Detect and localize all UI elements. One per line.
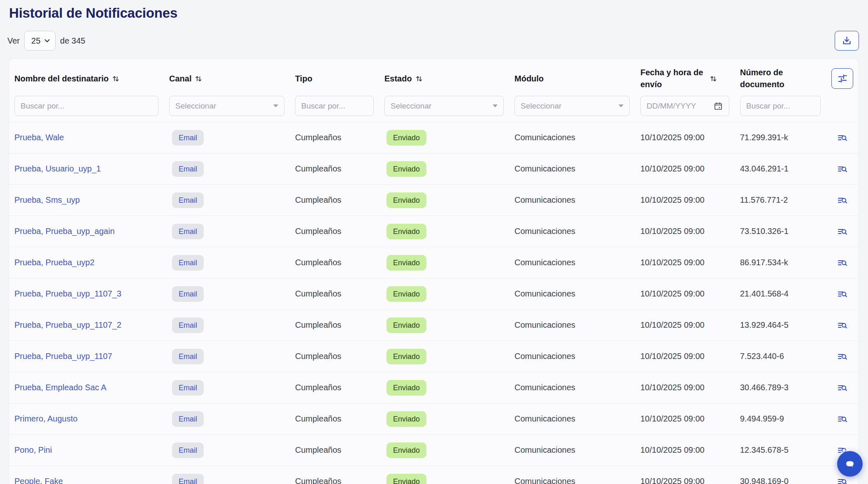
ver-label: Ver — [7, 36, 20, 46]
column-header-estado[interactable]: Estado — [384, 73, 514, 85]
search-list-icon — [838, 164, 847, 174]
channel-badge: Email — [172, 224, 204, 239]
column-header-modulo: Módulo — [514, 73, 640, 85]
recipient-name-link[interactable]: Pono, Pini — [14, 445, 52, 454]
table-row: Prueba, Usuario_uyp_1 Email Cumpleaños E… — [9, 153, 858, 184]
recipient-name-link[interactable]: Prueba, Sms_uyp — [14, 195, 80, 204]
sent-datetime-cell: 10/10/2025 09:00 — [640, 258, 740, 267]
table-body: Prueba, Wale Email Cumpleaños Enviado Co… — [9, 122, 858, 484]
channel-badge: Email — [172, 255, 204, 271]
document-number-cell: 9.494.959-9 — [740, 414, 831, 424]
sort-icon[interactable] — [416, 75, 423, 82]
search-input[interactable] — [21, 102, 152, 111]
sent-datetime-cell: 10/10/2025 09:00 — [640, 383, 740, 392]
channel-badge: Email — [172, 380, 204, 396]
table-row: Prueba, Prueba_uyp2 Email Cumpleaños Env… — [9, 247, 858, 278]
channel-badge: Email — [172, 192, 204, 208]
module-cell: Comunicaciones — [514, 383, 640, 392]
recipient-name-link[interactable]: Primero, Augusto — [14, 414, 77, 423]
column-header-fecha[interactable]: Fecha y hora de envío — [640, 67, 740, 90]
module-cell: Comunicaciones — [514, 133, 640, 142]
sent-datetime-cell: 10/10/2025 09:00 — [640, 195, 740, 205]
sent-datetime-cell: 10/10/2025 09:00 — [640, 133, 740, 142]
dropdown-caret-icon — [493, 104, 498, 107]
type-cell: Cumpleaños — [295, 258, 384, 267]
column-header-canal[interactable]: Canal — [169, 73, 295, 85]
sent-datetime-cell: 10/10/2025 09:00 — [640, 352, 740, 361]
recipient-name-link[interactable]: Prueba, Usuario_uyp_1 — [14, 164, 101, 173]
recipient-name-link[interactable]: Prueba, Wale — [14, 133, 64, 142]
filter-documento-input[interactable] — [740, 96, 821, 116]
notifications-table: Nombre del destinatario Canal Tipo Estad… — [9, 59, 858, 484]
filter-tipo-input[interactable] — [295, 96, 374, 116]
recipient-name-link[interactable]: Prueba, Prueba_uyp_1107 — [14, 352, 112, 361]
view-details-button[interactable] — [838, 164, 847, 174]
view-details-button[interactable] — [838, 289, 847, 299]
view-details-button[interactable] — [838, 321, 847, 330]
module-cell: Comunicaciones — [514, 477, 640, 484]
view-details-button[interactable] — [838, 415, 847, 424]
view-details-button[interactable] — [838, 352, 847, 361]
sent-datetime-cell: 10/10/2025 09:00 — [640, 289, 740, 299]
status-badge: Enviado — [386, 474, 426, 484]
channel-badge: Email — [172, 286, 204, 302]
document-number-cell: 86.917.534-k — [740, 258, 831, 267]
search-list-icon — [838, 352, 847, 361]
document-number-cell: 21.401.568-4 — [740, 289, 831, 299]
status-badge: Enviado — [386, 411, 426, 427]
filter-modulo-select[interactable]: Seleccionar — [514, 96, 630, 116]
type-cell: Cumpleaños — [295, 195, 384, 205]
filter-fecha-input[interactable] — [640, 96, 729, 116]
sent-datetime-cell: 10/10/2025 09:00 — [640, 320, 740, 330]
chat-widget-button[interactable] — [837, 451, 863, 477]
status-badge: Enviado — [386, 317, 426, 333]
document-number-cell: 71.299.391-k — [740, 133, 831, 142]
module-cell: Comunicaciones — [514, 320, 640, 330]
view-details-button[interactable] — [838, 477, 847, 484]
recipient-name-link[interactable]: Prueba, Prueba_uyp_1107_2 — [14, 320, 121, 329]
download-button[interactable] — [835, 31, 859, 51]
recipient-name-link[interactable]: Prueba, Prueba_uyp2 — [14, 258, 95, 267]
document-number-cell: 30.948.169-0 — [740, 477, 831, 484]
document-number-cell: 73.510.326-1 — [740, 227, 831, 236]
column-settings-button[interactable] — [831, 68, 853, 89]
column-header-nombre[interactable]: Nombre del destinatario — [14, 73, 169, 85]
search-input[interactable] — [746, 102, 814, 111]
search-list-icon — [838, 227, 847, 236]
filter-nombre-input[interactable] — [14, 96, 158, 116]
recipient-name-link[interactable]: Prueba, Prueba_uyp_1107_3 — [14, 289, 121, 298]
status-badge: Enviado — [386, 380, 426, 396]
sort-icon[interactable] — [195, 75, 202, 82]
view-details-button[interactable] — [838, 133, 847, 142]
table-filter-row: Seleccionar Seleccionar Seleccionar — [9, 96, 858, 122]
view-details-button[interactable] — [838, 383, 847, 392]
type-cell: Cumpleaños — [295, 477, 384, 484]
type-cell: Cumpleaños — [295, 164, 384, 174]
sort-icon[interactable] — [710, 75, 717, 82]
channel-badge: Email — [172, 474, 204, 484]
recipient-name-link[interactable]: People, Fake — [14, 477, 63, 484]
search-list-icon — [838, 321, 847, 330]
type-cell: Cumpleaños — [295, 383, 384, 392]
table-row: Prueba, Prueba_uyp_1107_3 Email Cumpleañ… — [9, 278, 858, 309]
search-list-icon — [838, 289, 847, 299]
filter-canal-select[interactable]: Seleccionar — [169, 96, 284, 116]
document-number-cell: 13.929.464-5 — [740, 320, 831, 330]
sort-icon[interactable] — [112, 75, 119, 82]
table-header-row: Nombre del destinatario Canal Tipo Estad… — [9, 59, 858, 96]
view-details-button[interactable] — [838, 258, 847, 267]
column-header-documento: Número de documento — [740, 67, 831, 90]
recipient-name-link[interactable]: Prueba, Empleado Sac A — [14, 383, 106, 392]
recipient-name-link[interactable]: Prueba, Prueba_uyp_again — [14, 227, 115, 236]
filter-estado-select[interactable]: Seleccionar — [384, 96, 504, 116]
date-input[interactable] — [647, 102, 713, 111]
calendar-icon[interactable] — [713, 101, 723, 111]
view-details-button[interactable] — [838, 227, 847, 236]
pagination-toolbar: Ver 25 de 345 — [7, 30, 85, 51]
type-cell: Cumpleaños — [295, 445, 384, 455]
page-size-select[interactable]: 25 — [24, 31, 56, 51]
view-details-button[interactable] — [838, 196, 847, 205]
search-input[interactable] — [301, 102, 368, 111]
status-badge: Enviado — [386, 130, 426, 146]
type-cell: Cumpleaños — [295, 289, 384, 299]
